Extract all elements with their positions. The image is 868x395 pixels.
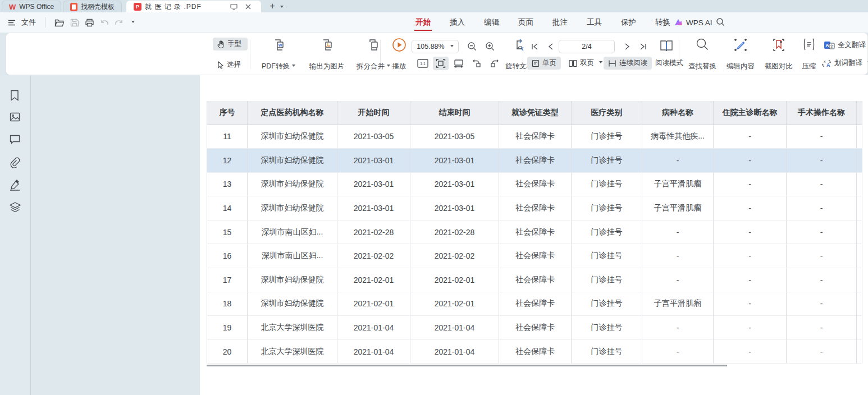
- menu-item[interactable]: 插入: [449, 13, 466, 32]
- undo-icon[interactable]: [100, 19, 109, 26]
- table-cell: 门诊挂号: [572, 149, 642, 173]
- menu-search-icon[interactable]: [716, 17, 725, 26]
- table-cell: -: [714, 172, 787, 196]
- first-page-button[interactable]: [527, 40, 543, 53]
- left-panel-sidebar: [0, 75, 31, 395]
- tab-monitor-icon[interactable]: [228, 3, 239, 10]
- table-cell: 社会保障卡: [499, 244, 572, 268]
- hamburger-menu-icon[interactable]: [8, 20, 16, 26]
- word-translate-button[interactable]: x A 划词翻译: [817, 57, 868, 70]
- zoom-level-select[interactable]: 105.88%: [412, 40, 459, 53]
- table-cell: -: [642, 220, 714, 244]
- tab-list-chevron-icon[interactable]: [280, 6, 284, 10]
- tab-document-pdf[interactable]: P 就 医 记 录 .PDF: [126, 1, 261, 12]
- layers-icon[interactable]: [10, 202, 21, 213]
- table-row[interactable]: 14深圳市妇幼保健院2021-03-012021-03-01社会保障卡门诊挂号子…: [207, 196, 862, 221]
- read-mode-button[interactable]: 阅读模式: [651, 57, 688, 70]
- attachments-icon[interactable]: [10, 157, 20, 168]
- rotate-left-icon: [472, 59, 482, 68]
- table-row[interactable]: 18深圳市妇幼保健院2021-02-012021-02-01社会保障卡门诊挂号子…: [207, 292, 862, 316]
- play-icon: [392, 38, 406, 52]
- rotate-right-button[interactable]: [487, 57, 502, 70]
- screenshot-compare-button[interactable]: 截图对比: [761, 38, 797, 71]
- open-folder-icon[interactable]: [54, 19, 65, 27]
- table-row[interactable]: 13深圳市妇幼保健院2021-03-012021-03-01社会保障卡门诊挂号子…: [207, 172, 862, 196]
- redo-icon[interactable]: [115, 19, 124, 26]
- word-translate-icon: x A: [821, 59, 832, 68]
- double-page-button[interactable]: 双页: [564, 57, 607, 70]
- fit-page-button[interactable]: [433, 57, 449, 70]
- pdf-convert-button[interactable]: W PDF转换: [254, 38, 303, 71]
- new-tab-button[interactable]: +: [267, 0, 278, 12]
- zoom-in-button[interactable]: [482, 40, 498, 53]
- menu-item[interactable]: 工具: [586, 13, 603, 32]
- table-cell: -: [787, 172, 857, 196]
- menu-item[interactable]: 批注: [551, 13, 569, 32]
- play-button[interactable]: 播放: [383, 38, 415, 71]
- rotate-left-button[interactable]: [469, 57, 485, 70]
- table-cell: -: [714, 244, 787, 268]
- file-menu[interactable]: 文件: [21, 17, 36, 27]
- find-replace-button[interactable]: 查找替换: [684, 38, 720, 71]
- continuous-read-icon: [608, 59, 616, 67]
- tab-close-icon[interactable]: [243, 4, 254, 10]
- table-cell: 深圳市南山区妇...: [248, 244, 337, 268]
- menu-item[interactable]: 保护: [620, 13, 637, 32]
- menu-item[interactable]: 页面: [517, 13, 534, 32]
- table-cell: 深圳市妇幼保健院: [248, 196, 337, 221]
- single-page-button[interactable]: 单页: [527, 57, 561, 70]
- table-cell: 社会保障卡: [499, 125, 572, 149]
- continuous-read-button[interactable]: 连续阅读: [604, 57, 652, 70]
- thumbnails-icon[interactable]: [10, 112, 20, 122]
- table-cell: 门诊挂号: [572, 220, 642, 244]
- fit-page-icon: [436, 59, 446, 68]
- page-indicator-input[interactable]: 2/4: [559, 40, 615, 53]
- tab-wps-office[interactable]: W WPS Office: [2, 1, 61, 12]
- table-cell: 2021-01-04: [337, 339, 410, 364]
- export-image-button[interactable]: 输出为图片: [303, 38, 351, 71]
- table-cell: 2021-03-05: [337, 125, 410, 149]
- table-row[interactable]: 17深圳市妇幼保健院2021-02-012021-02-01社会保障卡门诊挂号-…: [207, 268, 862, 292]
- quick-access-chevron-icon[interactable]: [131, 21, 135, 25]
- table-header-row: 序号定点医药机构名称开始时间结束时间就诊凭证类型医疗类别病种名称住院主诊断名称手…: [207, 101, 862, 125]
- table-row[interactable]: 15深圳市南山区妇...2021-02-282021-02-28社会保障卡门诊挂…: [207, 220, 862, 244]
- next-page-button[interactable]: [619, 40, 635, 53]
- actual-size-button[interactable]: 1:1: [415, 57, 431, 70]
- full-translate-button[interactable]: A 文 全文翻译: [819, 39, 868, 52]
- table-cell: [857, 268, 862, 292]
- svg-text:x: x: [824, 59, 826, 63]
- prev-page-button[interactable]: [543, 40, 559, 53]
- menu-item[interactable]: 开始: [414, 13, 432, 32]
- menu-item[interactable]: 转换: [654, 13, 671, 32]
- table-row[interactable]: 19北京大学深圳医院2021-01-042021-01-04社会保障卡门诊挂号-…: [207, 316, 862, 340]
- comments-icon[interactable]: [10, 135, 20, 144]
- edit-content-button[interactable]: 编辑内容: [723, 38, 759, 71]
- menu-item[interactable]: 编辑: [483, 13, 500, 32]
- document-page[interactable]: 序号定点医药机构名称开始时间结束时间就诊凭证类型医疗类别病种名称住院主诊断名称手…: [200, 75, 868, 395]
- zoom-in-icon: [485, 42, 495, 52]
- fit-width-button[interactable]: [451, 57, 467, 70]
- last-page-button[interactable]: [635, 40, 651, 53]
- tab-bar: W WPS Office 找稻壳模板 P 就 医 记 录 .PDF +: [0, 0, 868, 12]
- table-row[interactable]: 16深圳市南山区妇...2021-02-022021-02-02社会保障卡门诊挂…: [207, 244, 862, 268]
- signature-icon[interactable]: [10, 180, 20, 191]
- save-icon[interactable]: [70, 19, 79, 27]
- edit-content-icon: [733, 38, 748, 52]
- bookmarks-icon[interactable]: [10, 90, 20, 101]
- table-cell: 门诊挂号: [572, 316, 642, 340]
- table-cell: -: [714, 292, 787, 316]
- zoom-out-button[interactable]: [464, 40, 480, 53]
- select-tool-button[interactable]: 选择: [213, 58, 248, 71]
- table-cell: 社会保障卡: [499, 268, 572, 292]
- print-icon[interactable]: [85, 19, 94, 27]
- table-row[interactable]: 20北京大学深圳医院2021-01-042021-01-04社会保障卡门诊挂号-…: [207, 339, 862, 364]
- table-row[interactable]: 11深圳市妇幼保健院2021-03-052021-03-05社会保障卡门诊挂号病…: [207, 125, 862, 149]
- hand-tool-button[interactable]: 手型: [213, 38, 248, 50]
- wps-ai-entry[interactable]: WPS AI: [674, 12, 712, 33]
- table-row[interactable]: 12深圳市妇幼保健院2021-03-012021-03-01社会保障卡门诊挂号-…: [207, 149, 862, 173]
- tab-docer-templates[interactable]: 找稻壳模板: [63, 1, 122, 12]
- table-cell: -: [642, 339, 714, 364]
- table-cell: 社会保障卡: [499, 196, 572, 221]
- table-cell: 2021-02-01: [410, 292, 499, 316]
- table-cell: [857, 339, 862, 364]
